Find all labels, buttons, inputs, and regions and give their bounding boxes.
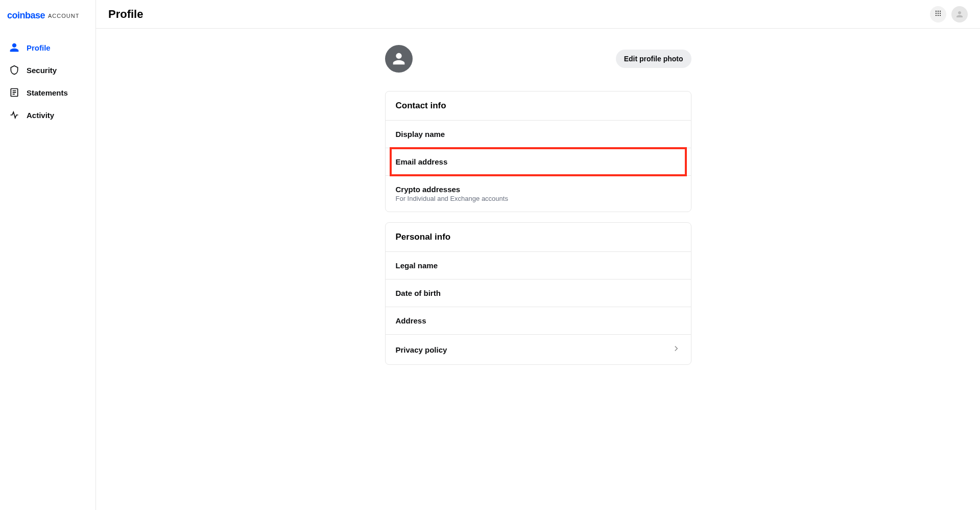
activity-icon bbox=[9, 110, 19, 120]
crypto-addresses-label: Crypto addresses bbox=[396, 185, 508, 194]
privacy-label: Privacy policy bbox=[396, 345, 447, 354]
svg-point-8 bbox=[938, 12, 939, 13]
sidebar-item-profile[interactable]: Profile bbox=[0, 36, 95, 59]
brand-sub: ACCOUNT bbox=[48, 13, 79, 19]
apps-grid-button[interactable] bbox=[930, 6, 946, 22]
row-display-name[interactable]: Display name bbox=[386, 121, 691, 148]
address-label: Address bbox=[396, 316, 426, 325]
contact-info-title: Contact info bbox=[386, 91, 691, 121]
svg-point-10 bbox=[936, 14, 937, 15]
profile-header: Edit profile photo bbox=[385, 45, 691, 73]
svg-point-7 bbox=[936, 12, 937, 13]
contact-info-section: Contact info Display name Email address … bbox=[385, 91, 691, 212]
document-icon bbox=[9, 87, 19, 98]
personal-info-section: Personal info Legal name Date of birth A… bbox=[385, 222, 691, 365]
svg-point-12 bbox=[940, 14, 941, 15]
dob-label: Date of birth bbox=[396, 289, 441, 297]
sidebar-item-label: Profile bbox=[27, 43, 51, 52]
row-privacy-policy[interactable]: Privacy policy bbox=[386, 335, 691, 364]
svg-point-9 bbox=[940, 12, 941, 13]
shield-icon bbox=[9, 65, 19, 75]
sidebar: coinbase ACCOUNT Profile Security Statem… bbox=[0, 0, 96, 510]
page-title: Profile bbox=[108, 8, 143, 21]
edit-profile-photo-button[interactable]: Edit profile photo bbox=[616, 50, 691, 68]
sidebar-item-statements[interactable]: Statements bbox=[0, 81, 95, 104]
topbar-actions bbox=[930, 6, 968, 22]
email-address-label: Email address bbox=[396, 157, 448, 166]
personal-info-title: Personal info bbox=[386, 223, 691, 252]
grid-icon bbox=[935, 10, 942, 19]
topbar: Profile bbox=[96, 0, 980, 29]
row-email-address[interactable]: Email address bbox=[386, 148, 691, 176]
content: Edit profile photo Contact info Display … bbox=[385, 45, 691, 375]
main: Profile Edit profile photo bbox=[96, 0, 980, 510]
brand-logo[interactable]: coinbase ACCOUNT bbox=[0, 8, 95, 36]
profile-avatar bbox=[385, 45, 413, 73]
sidebar-item-label: Statements bbox=[27, 88, 68, 97]
avatar-icon bbox=[390, 50, 408, 67]
row-address[interactable]: Address bbox=[386, 307, 691, 335]
chevron-right-icon bbox=[672, 344, 681, 355]
svg-point-11 bbox=[938, 14, 939, 15]
sidebar-item-security[interactable]: Security bbox=[0, 59, 95, 81]
sidebar-item-activity[interactable]: Activity bbox=[0, 104, 95, 126]
svg-point-4 bbox=[936, 10, 937, 11]
display-name-label: Display name bbox=[396, 130, 445, 138]
svg-point-5 bbox=[938, 10, 939, 11]
legal-name-label: Legal name bbox=[396, 261, 438, 270]
crypto-addresses-sub: For Individual and Exchange accounts bbox=[396, 195, 508, 202]
row-legal-name[interactable]: Legal name bbox=[386, 252, 691, 280]
brand-name: coinbase bbox=[7, 10, 45, 21]
row-date-of-birth[interactable]: Date of birth bbox=[386, 280, 691, 307]
user-icon bbox=[9, 42, 19, 53]
avatar-icon bbox=[955, 10, 964, 19]
sidebar-item-label: Activity bbox=[27, 111, 54, 120]
sidebar-item-label: Security bbox=[27, 66, 57, 75]
user-avatar-small[interactable] bbox=[951, 6, 968, 22]
svg-point-6 bbox=[940, 10, 941, 11]
row-crypto-addresses[interactable]: Crypto addresses For Individual and Exch… bbox=[386, 176, 691, 212]
